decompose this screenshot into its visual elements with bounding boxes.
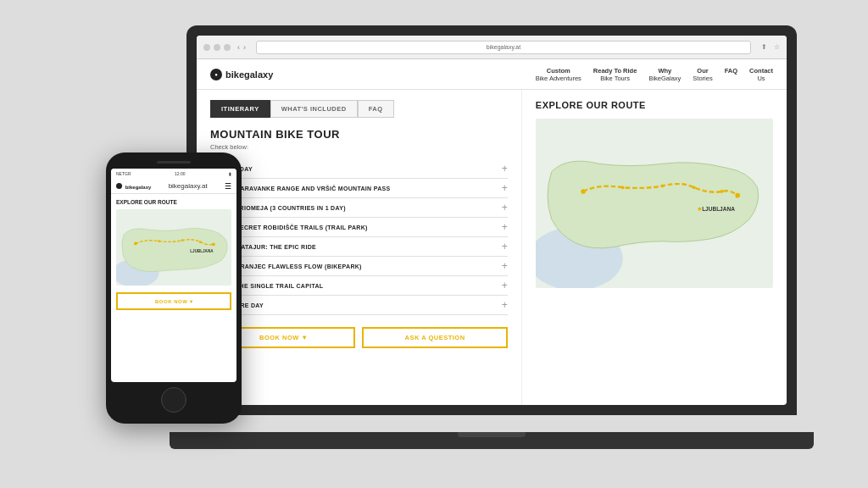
phone-logo: bikegalaxy <box>116 183 151 190</box>
svg-point-13 <box>158 240 160 242</box>
itinerary-list: ARRIVAL DAY + DAY 1 – KARAVANKE RANGE AN… <box>210 159 508 315</box>
browser-address-bar[interactable]: bikegalaxy.at <box>256 41 751 54</box>
laptop-screen: ‹ › bikegalaxy.at ⬆ ☆ ● bikegalaxy <box>197 36 787 405</box>
phone: NETGR 12:00 ▮ bikegalaxy bikegalaxy.at ☰ <box>106 152 242 424</box>
browser-bookmark-icon[interactable]: ☆ <box>774 43 780 51</box>
phone-content: Explore Our Route LJUBLJANA <box>111 194 236 315</box>
phone-explore-title: Explore Our Route <box>116 199 231 205</box>
nav-ready[interactable]: Ready To RideBike Tours <box>593 67 637 82</box>
expand-icon[interactable]: + <box>502 222 508 232</box>
expand-icon[interactable]: + <box>502 280 508 291</box>
svg-point-5 <box>693 186 696 189</box>
nav-links: CustomBike Adventures Ready To RideBike … <box>536 67 773 82</box>
browser-forward-icon[interactable]: › <box>243 43 246 52</box>
list-item[interactable]: DAY 1 – KARAVANKE RANGE AND VRŠIČ MOUNTA… <box>210 179 508 198</box>
phone-menu-icon[interactable]: ☰ <box>225 182 231 191</box>
list-item[interactable]: DAY 6 – THE SINGLE TRAIL CAPITAL + <box>210 276 508 296</box>
phone-home-button[interactable] <box>161 387 186 413</box>
logo[interactable]: ● bikegalaxy <box>210 69 273 80</box>
svg-point-6 <box>720 190 723 193</box>
browser-min-btn[interactable] <box>214 44 220 51</box>
phone-battery-icon: ▮ <box>229 171 231 176</box>
expand-icon[interactable]: + <box>502 202 508 213</box>
nav-stories[interactable]: OurStories <box>693 67 712 82</box>
scene: ‹ › bikegalaxy.at ⬆ ☆ ● bikegalaxy <box>0 0 868 488</box>
nav-contact[interactable]: ContactUs <box>749 67 773 82</box>
svg-point-15 <box>199 241 202 243</box>
phone-book-chevron: ▾ <box>190 299 193 304</box>
expand-icon[interactable]: + <box>502 300 508 310</box>
phone-body: NETGR 12:00 ▮ bikegalaxy bikegalaxy.at ☰ <box>106 152 242 424</box>
phone-map: LJUBLJANA <box>116 209 231 286</box>
nav-custom[interactable]: CustomBike Adventures <box>536 67 581 82</box>
tour-subtitle: Check below: <box>210 143 508 151</box>
expand-icon[interactable]: + <box>502 183 508 193</box>
logo-text: bikegalaxy <box>225 69 273 80</box>
phone-time: 12:00 <box>175 171 186 176</box>
svg-point-12 <box>134 242 137 246</box>
svg-point-14 <box>181 239 184 241</box>
list-item[interactable]: DAY 4 – MATAJUR: THE EPIC RIDE + <box>210 237 508 257</box>
tab-whats-included[interactable]: WHAT'S INCLUDED <box>270 100 358 118</box>
map-area: LJUBLJANA <box>536 119 773 288</box>
laptop-base <box>170 432 814 449</box>
logo-icon: ● <box>210 69 222 80</box>
phone-nav: bikegalaxy bikegalaxy.at ☰ <box>111 179 236 194</box>
nav-why[interactable]: WhyBikeGalaxy <box>648 67 681 82</box>
phone-speaker <box>157 161 191 164</box>
ask-label: ASK A QUESTION <box>405 334 465 341</box>
list-item[interactable]: DAY 2 – TRIOMEJA (3 COUNTRIES IN 1 DAY) … <box>210 198 508 218</box>
svg-point-3 <box>621 186 625 189</box>
svg-point-7 <box>735 193 740 198</box>
browser-close-btn[interactable] <box>203 44 210 51</box>
expand-icon[interactable]: + <box>502 241 508 252</box>
svg-point-2 <box>581 189 586 194</box>
phone-book-now-button[interactable]: BOOK NOW ▾ <box>116 292 231 310</box>
tabs: ITINERARY WHAT'S INCLUDED FAQ <box>210 100 508 118</box>
svg-text:LJUBLJANA: LJUBLJANA <box>702 206 735 212</box>
laptop-body: ‹ › bikegalaxy.at ⬆ ☆ ● bikegalaxy <box>186 25 797 415</box>
svg-text:LJUBLJANA: LJUBLJANA <box>190 249 214 253</box>
tab-itinerary[interactable]: ITINERARY <box>210 100 270 118</box>
expand-icon[interactable]: + <box>502 261 508 271</box>
book-now-label: BOOK NOW <box>259 334 299 341</box>
book-chevron-icon: ▾ <box>303 334 307 341</box>
phone-network: NETGR <box>116 171 131 176</box>
browser-max-btn[interactable] <box>224 44 231 51</box>
site-content: ITINERARY WHAT'S INCLUDED FAQ Mountain B… <box>197 90 787 405</box>
phone-address: bikegalaxy.at <box>169 182 208 190</box>
tour-title: Mountain Bike Tour <box>210 128 508 141</box>
phone-screen: NETGR 12:00 ▮ bikegalaxy bikegalaxy.at ☰ <box>111 169 236 382</box>
explore-title: Explore Our Route <box>536 100 773 110</box>
list-item[interactable]: DEPARTURE DAY + <box>210 296 508 315</box>
browser-share-icon[interactable]: ⬆ <box>761 43 767 51</box>
book-buttons: BOOK NOW ▾ ASK A QUESTION <box>210 327 508 348</box>
browser-bar: ‹ › bikegalaxy.at ⬆ ☆ <box>197 36 787 59</box>
right-panel: Explore Our Route <box>521 90 787 405</box>
svg-point-9 <box>698 208 701 211</box>
phone-status-bar: NETGR 12:00 ▮ <box>111 169 236 179</box>
tab-faq[interactable]: FAQ <box>358 100 394 118</box>
expand-icon[interactable]: + <box>502 164 508 174</box>
ask-question-button[interactable]: ASK A QUESTION <box>362 327 507 348</box>
laptop: ‹ › bikegalaxy.at ⬆ ☆ ● bikegalaxy <box>186 25 797 449</box>
browser-address-text: bikegalaxy.at <box>487 44 520 50</box>
phone-book-label: BOOK NOW <box>155 299 187 304</box>
list-item[interactable]: ARRIVAL DAY + <box>210 159 508 179</box>
left-panel: ITINERARY WHAT'S INCLUDED FAQ Mountain B… <box>197 90 521 405</box>
list-item[interactable]: DAY 3 – SECRET ROBIDIŠČE TRAILS (TRAIL P… <box>210 218 508 237</box>
browser-back-icon[interactable]: ‹ <box>237 43 240 52</box>
svg-point-16 <box>212 242 215 246</box>
nav-faq[interactable]: FAQ <box>725 67 737 82</box>
svg-point-4 <box>660 185 664 188</box>
site-nav: ● bikegalaxy CustomBike Adventures Ready… <box>197 59 787 90</box>
list-item[interactable]: DAY 5 – KRANJEC FLAWLESS FLOW (BIKEPARK)… <box>210 257 508 276</box>
